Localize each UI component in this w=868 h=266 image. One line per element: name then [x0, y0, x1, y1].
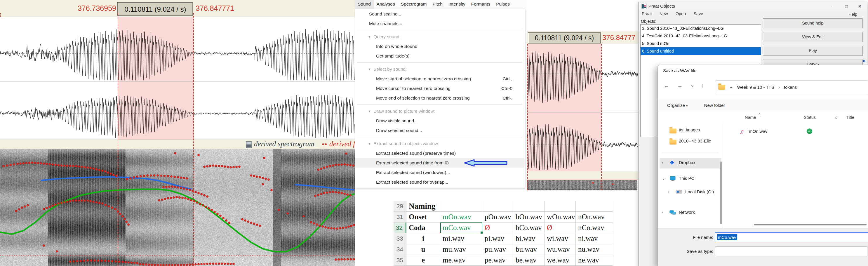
menubar-item-pitch[interactable]: Pitch: [430, 0, 445, 9]
row-header-29[interactable]: 29: [394, 201, 406, 212]
save-type-select[interactable]: [715, 246, 867, 256]
table-cell[interactable]: be.wav: [513, 255, 545, 266]
panel-flyout-icon[interactable]: »: [863, 57, 866, 64]
menu-item[interactable]: Mute channels...: [355, 19, 525, 28]
table-cell[interactable]: pu.wav: [482, 244, 513, 255]
table-cell[interactable]: nCo.wav: [576, 223, 613, 233]
table-cell[interactable]: pOn.wav: [482, 212, 513, 223]
menu-item[interactable]: Move cursor to nearest zero crossingCtrl…: [355, 84, 525, 93]
object-list-item[interactable]: 5. Sound mOn: [641, 40, 761, 47]
menu-item[interactable]: Extract selected sound (preserve times): [355, 148, 525, 158]
table-cell[interactable]: mi.wav: [440, 233, 482, 244]
table-cell[interactable]: Ø: [545, 223, 576, 233]
table-cell[interactable]: mu.wav: [440, 244, 482, 255]
sidebar-item-network[interactable]: ›Network: [659, 208, 721, 218]
label-cell[interactable]: u: [406, 244, 440, 255]
file-name-input[interactable]: mCo.wav: [715, 232, 868, 242]
sound-help-button[interactable]: Sound help: [763, 19, 863, 28]
selection-start-line[interactable]: [118, 13, 118, 266]
selection-end-line[interactable]: [193, 13, 194, 266]
menu-item[interactable]: Info on whole Sound: [355, 41, 525, 51]
back-icon[interactable]: ←: [663, 83, 669, 89]
table-cell[interactable]: wOn.wav: [545, 212, 576, 223]
table-cell[interactable]: nOn.wav: [576, 212, 613, 223]
sidebar-scrollbar[interactable]: [720, 161, 722, 224]
table-cell[interactable]: pe.wav: [482, 255, 513, 266]
menu-item[interactable]: Move end of selection to nearest zero cr…: [355, 93, 525, 103]
row-header-35[interactable]: 35: [394, 255, 406, 266]
table-cell[interactable]: mOn.wav: [440, 212, 482, 223]
label-cell[interactable]: Naming: [406, 201, 440, 212]
menu-item[interactable]: Draw visible sound...: [355, 116, 525, 125]
chevron-down-icon[interactable]: ⌄: [662, 176, 665, 180]
sidebar-item-this-pc[interactable]: ⌄This PC: [659, 174, 721, 184]
menu-new[interactable]: New: [656, 11, 671, 17]
selection-duration-button[interactable]: 0.110811 (9.024 / s): [528, 32, 601, 43]
row-header-33[interactable]: 33: [394, 233, 406, 244]
row-header-31[interactable]: 31: [394, 212, 406, 223]
minimize-icon[interactable]: –: [826, 3, 839, 10]
menubar-item-formants[interactable]: Formants: [468, 0, 493, 9]
chevron-right-icon[interactable]: ›: [668, 189, 670, 194]
menubar-item-analyses[interactable]: Analyses: [374, 0, 398, 9]
up-icon[interactable]: ↑: [701, 83, 704, 89]
object-list-item[interactable]: 6. Sound untitled: [641, 47, 761, 55]
table-cell[interactable]: [545, 201, 576, 212]
address-bar[interactable]: « Week 9 & 10 - TTS › tokens: [715, 80, 868, 94]
label-cell[interactable]: Onset: [406, 212, 440, 223]
sidebar-item-local-disk-c[interactable]: ›Local Disk (C:): [659, 187, 721, 198]
table-cell[interactable]: bOn.wav: [513, 212, 545, 223]
column-header-name[interactable]: Name: [745, 115, 756, 120]
chevron-right-icon[interactable]: ›: [662, 210, 663, 214]
recent-locations-icon[interactable]: ⌄: [690, 82, 694, 88]
selection-end-time[interactable]: 376.84777: [602, 34, 635, 42]
organize-button[interactable]: Organize ▾: [667, 103, 688, 108]
menu-item[interactable]: Sound scaling...: [355, 9, 525, 19]
menubar-item-spectrogram[interactable]: Spectrogram: [398, 0, 430, 9]
forward-icon[interactable]: →: [677, 83, 683, 89]
menu-item[interactable]: Get amplitude(s): [355, 51, 525, 61]
sidebar-item-2010-43-03-elic[interactable]: 2010--43.03-Elic: [659, 136, 721, 147]
chevron-right-icon[interactable]: ›: [662, 160, 663, 165]
object-list-item[interactable]: 4. TextGrid 2010--43_03-ElicitationsLong…: [641, 32, 761, 40]
menu-item[interactable]: Extract selected sound (time from 0): [355, 158, 525, 168]
menu-item[interactable]: Extract selected sound (windowed)...: [355, 168, 525, 177]
spectrogram-area[interactable]: [0, 149, 355, 266]
view-edit-button[interactable]: View & Edit: [763, 32, 863, 42]
label-cell[interactable]: e: [406, 255, 440, 266]
table-cell[interactable]: nu.wav: [576, 244, 613, 255]
selection-start-line[interactable]: [527, 44, 528, 190]
sidebar-item-dropbox[interactable]: ›❖Dropbox: [659, 158, 721, 169]
breadcrumb-prefix[interactable]: «: [730, 85, 732, 90]
table-cell[interactable]: ne.wav: [576, 255, 613, 266]
maximize-icon[interactable]: □: [840, 3, 853, 10]
column-header-num[interactable]: #: [835, 115, 838, 120]
table-cell[interactable]: [440, 201, 482, 212]
table-cell[interactable]: mCo.wav: [440, 223, 482, 233]
menu-praat[interactable]: Praat: [639, 11, 655, 17]
table-cell[interactable]: Ø: [482, 223, 513, 233]
close-icon[interactable]: ✕: [854, 3, 866, 10]
title-bar[interactable]: Praat Objects – □ ✕: [639, 2, 867, 11]
menu-item[interactable]: Move start of selection to nearest zero …: [355, 74, 525, 84]
table-cell[interactable]: bu.wav: [513, 244, 545, 255]
waveform-area[interactable]: [0, 17, 355, 140]
selection-start-time[interactable]: 376.736959: [78, 4, 116, 12]
selection-duration-button[interactable]: 0.110811 (9.024 / s): [117, 2, 193, 16]
menu-help[interactable]: Help: [845, 11, 860, 17]
table-cell[interactable]: pi.wav: [482, 233, 513, 244]
table-cell[interactable]: we.wav: [545, 255, 576, 266]
waveform-area[interactable]: [527, 44, 638, 171]
column-header-title[interactable]: Title: [846, 115, 854, 120]
object-list-item[interactable]: 3. Sound 2010--43_03-ElicitationsLong--L…: [641, 25, 761, 32]
filelist-scrollbar[interactable]: [754, 224, 867, 226]
menubar-item-pulses[interactable]: Pulses: [493, 0, 513, 9]
table-cell[interactable]: [576, 201, 613, 212]
table-cell[interactable]: wi.wav: [545, 233, 576, 244]
row-header-34[interactable]: 34: [394, 244, 406, 255]
selection-end-line[interactable]: [601, 44, 602, 190]
new-folder-button[interactable]: New folder: [704, 103, 725, 108]
table-cell[interactable]: me.wav: [440, 255, 482, 266]
breadcrumb-tokens[interactable]: tokens: [784, 85, 797, 90]
menu-save[interactable]: Save: [690, 11, 706, 17]
